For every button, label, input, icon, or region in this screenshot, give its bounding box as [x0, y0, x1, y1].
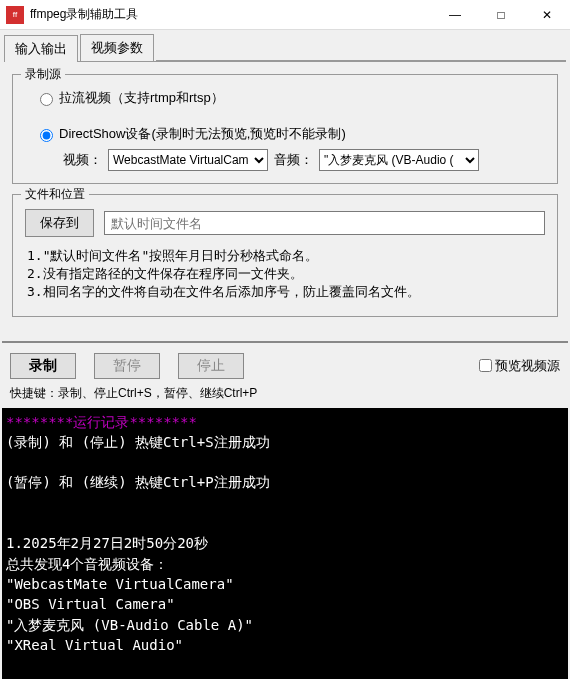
tab-panel-io: 录制源 拉流视频（支持rtmp和rtsp） DirectShow设备(录制时无法…	[4, 61, 566, 335]
audio-device-select[interactable]: "入梦麦克风 (VB-Audio (	[319, 149, 479, 171]
record-button[interactable]: 录制	[10, 353, 76, 379]
file-notes: 1."默认时间文件名"按照年月日时分秒格式命名。 2.没有指定路径的文件保存在程…	[27, 247, 543, 302]
source-directshow-row[interactable]: DirectShow设备(录制时无法预览,预览时不能录制)	[35, 125, 547, 143]
file-note-2: 2.没有指定路径的文件保存在程序同一文件夹。	[27, 265, 543, 283]
preview-checkbox[interactable]	[479, 359, 492, 372]
log-line: (暂停) 和 (继续) 热键Ctrl+P注册成功	[6, 474, 270, 490]
tab-video-params[interactable]: 视频参数	[80, 34, 154, 61]
window-titlebar: ff ffmpeg录制辅助工具 — □ ✕	[0, 0, 570, 30]
file-location-group: 文件和位置 保存到 1."默认时间文件名"按照年月日时分秒格式命名。 2.没有指…	[12, 194, 558, 317]
stop-button[interactable]: 停止	[178, 353, 244, 379]
pause-button[interactable]: 暂停	[94, 353, 160, 379]
file-note-3: 3.相同名字的文件将自动在文件名后添加序号，防止覆盖同名文件。	[27, 283, 543, 301]
log-found: 总共发现4个音视频设备：	[6, 556, 168, 572]
log-device: "入梦麦克风 (VB-Audio Cable A)"	[6, 617, 253, 633]
minimize-button[interactable]: —	[432, 0, 478, 30]
source-directshow-label: DirectShow设备(录制时无法预览,预览时不能录制)	[59, 125, 346, 143]
device-row: 视频： WebcastMate VirtualCam 音频： "入梦麦克风 (V…	[63, 149, 547, 171]
hotkey-hint: 快捷键：录制、停止Ctrl+S，暂停、继续Ctrl+P	[0, 383, 570, 408]
close-button[interactable]: ✕	[524, 0, 570, 30]
file-location-legend: 文件和位置	[21, 186, 89, 203]
video-device-select[interactable]: WebcastMate VirtualCam	[108, 149, 268, 171]
control-row: 录制 暂停 停止 预览视频源	[0, 349, 570, 383]
filename-input[interactable]	[104, 211, 545, 235]
tab-strip: 输入输出 视频参数	[0, 30, 570, 61]
source-pull-stream-radio[interactable]	[40, 93, 53, 106]
preview-checkbox-label: 预览视频源	[495, 357, 560, 375]
window-title: ffmpeg录制辅助工具	[30, 6, 432, 23]
video-device-label: 视频：	[63, 151, 102, 169]
divider	[2, 341, 568, 343]
log-device: "OBS Virtual Camera"	[6, 596, 175, 612]
log-console: ********运行记录******** (录制) 和 (停止) 热键Ctrl+…	[2, 408, 568, 679]
source-pull-stream-row[interactable]: 拉流视频（支持rtmp和rtsp）	[35, 89, 547, 107]
source-directshow-radio[interactable]	[40, 129, 53, 142]
log-line: (录制) 和 (停止) 热键Ctrl+S注册成功	[6, 434, 270, 450]
log-header: ********运行记录********	[6, 414, 197, 430]
app-icon: ff	[6, 6, 24, 24]
file-note-1: 1."默认时间文件名"按照年月日时分秒格式命名。	[27, 247, 543, 265]
recording-source-group: 录制源 拉流视频（支持rtmp和rtsp） DirectShow设备(录制时无法…	[12, 74, 558, 184]
log-device: "XReal Virtual Audio"	[6, 637, 183, 653]
audio-device-label: 音频：	[274, 151, 313, 169]
save-to-button[interactable]: 保存到	[25, 209, 94, 237]
source-pull-stream-label: 拉流视频（支持rtmp和rtsp）	[59, 89, 224, 107]
tab-io[interactable]: 输入输出	[4, 35, 78, 62]
log-device: "WebcastMate VirtualCamera"	[6, 576, 234, 592]
log-timestamp: 1.2025年2月27日2时50分20秒	[6, 535, 208, 551]
recording-source-legend: 录制源	[21, 66, 65, 83]
maximize-button[interactable]: □	[478, 0, 524, 30]
preview-checkbox-row[interactable]: 预览视频源	[475, 356, 560, 375]
